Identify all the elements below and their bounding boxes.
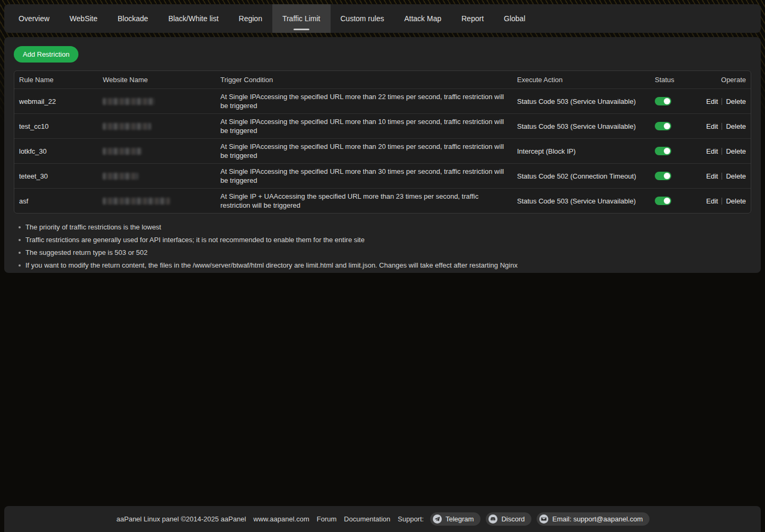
nav-tab-label: Traffic Limit [282,14,321,23]
website-name [103,145,220,158]
status-cell [655,94,701,109]
table-header-row: Rule Name Website Name Trigger Condition… [14,71,751,88]
delete-link[interactable]: Delete [726,122,746,130]
telegram-label: Telegram [446,515,474,523]
note-item: If you want to modify the return content… [14,259,751,272]
execute-action: Status Code 503 (Service Unavailable) [517,194,655,208]
toggle-knob [664,173,670,179]
status-toggle[interactable] [655,122,671,130]
trigger-condition: At Single IPAccessing the specified URL … [220,139,517,163]
status-cell [655,193,701,209]
censored-website-name [103,148,142,155]
col-header-website-name: Website Name [103,73,220,87]
operate-cell: EditDelete [701,169,751,183]
footer-documentation-link[interactable]: Documentation [344,515,390,523]
rule-name: lotkfc_30 [14,144,103,158]
delete-link[interactable]: Delete [726,97,746,105]
rule-name: teteet_30 [14,169,103,183]
censored-website-name [103,98,155,105]
email-button[interactable]: Email: support@aapanel.com [537,512,650,526]
trigger-condition: At Single IPAccessing the specified URL … [220,114,517,138]
operate-cell: EditDelete [701,194,751,208]
footer-support-label: Support: [398,515,424,523]
nav-tab-overview[interactable]: Overview [8,4,59,33]
edit-link[interactable]: Edit [706,122,718,130]
col-header-rule-name: Rule Name [14,73,103,87]
operate-cell: EditDelete [701,119,751,134]
edit-link[interactable]: Edit [706,197,718,205]
toggle-knob [664,148,670,154]
edit-link[interactable]: Edit [706,147,718,155]
rule-name: test_cc10 [14,119,103,134]
status-toggle[interactable] [655,97,671,105]
trigger-condition: At Single IPAccessing the specified URL … [220,89,517,113]
edit-link[interactable]: Edit [706,172,718,180]
table-row: asf At Single IP + UAAccessing the speci… [14,188,751,213]
footer-forum-link[interactable]: Forum [317,515,337,523]
table-row: lotkfc_30 At Single IPAccessing the spec… [14,138,751,163]
nav-tab-blockade[interactable]: Blockade [108,4,158,33]
footer-bar: aaPanel Linux panel ©2014-2025 aaPanel w… [4,506,761,532]
operate-cell: EditDelete [701,94,751,109]
toggle-knob [664,123,670,129]
table-row: teteet_30 At Single IPAccessing the spec… [14,163,751,188]
execute-action: Status Code 503 (Service Unavailable) [517,119,655,134]
table-row: webmail_22 At Single IPAccessing the spe… [14,88,751,113]
nav-tab-global[interactable]: Global [494,4,535,33]
operate-separator [722,98,722,105]
nav-tab-custom-rules[interactable]: Custom rules [331,4,394,33]
website-name [103,170,220,183]
nav-tab-label: WebSite [69,14,97,23]
telegram-button[interactable]: Telegram [430,512,481,526]
status-cell [655,119,701,134]
traffic-limit-panel: Add Restriction Rule Name Website Name T… [4,37,761,273]
delete-link[interactable]: Delete [726,147,746,155]
website-name [103,120,220,133]
toggle-knob [664,98,670,104]
toggle-knob [664,198,670,204]
website-name [103,95,220,108]
status-cell [655,169,701,184]
status-toggle[interactable] [655,197,671,205]
nav-tab-traffic-limit[interactable]: Traffic Limit [272,4,331,33]
rule-name: webmail_22 [14,94,103,109]
operate-separator [722,123,722,130]
telegram-icon [433,515,442,524]
execute-action: Intercept (Block IP) [517,144,655,158]
operate-cell: EditDelete [701,144,751,158]
nav-tab-region[interactable]: Region [229,4,272,33]
nav-tab-label: Black/White list [168,14,219,23]
email-icon [539,515,548,524]
col-header-execute-action: Execute Action [517,73,655,87]
col-header-status: Status [655,73,701,87]
edit-link[interactable]: Edit [706,97,718,105]
execute-action: Status Code 502 (Connection Timeout) [517,169,655,183]
rule-name: asf [14,194,103,208]
censored-website-name [103,198,170,205]
footer-website-link[interactable]: www.aapanel.com [253,515,309,523]
nav-tab-black-white-list[interactable]: Black/White list [158,4,229,33]
trigger-condition: At Single IP + UAAccessing the specified… [220,189,517,213]
nav-tab-label: Blockade [118,14,148,23]
delete-link[interactable]: Delete [726,197,746,205]
operate-separator [722,173,722,180]
col-header-operate: Operate [701,73,751,87]
nav-tab-label: Custom rules [341,14,384,23]
status-toggle[interactable] [655,147,671,155]
nav-tab-report[interactable]: Report [451,4,494,33]
status-toggle[interactable] [655,172,671,180]
censored-website-name [103,123,151,130]
nav-tab-attack-map[interactable]: Attack Map [394,4,451,33]
add-restriction-button[interactable]: Add Restriction [14,46,78,63]
rules-table: Rule Name Website Name Trigger Condition… [14,70,751,214]
top-navbar: Overview WebSite Blockade Black/White li… [4,4,761,33]
nav-tab-label: Global [504,14,525,23]
nav-tab-website[interactable]: WebSite [59,4,108,33]
notes-list: The priority of traffic restrictions is … [14,221,751,272]
nav-tab-label: Overview [19,14,49,23]
discord-button[interactable]: Discord [486,512,531,526]
trigger-condition: At Single IPAccessing the specified URL … [220,164,517,188]
footer-copyright: aaPanel Linux panel ©2014-2025 aaPanel [117,515,246,523]
delete-link[interactable]: Delete [726,172,746,180]
note-item: The priority of traffic restrictions is … [14,221,751,234]
